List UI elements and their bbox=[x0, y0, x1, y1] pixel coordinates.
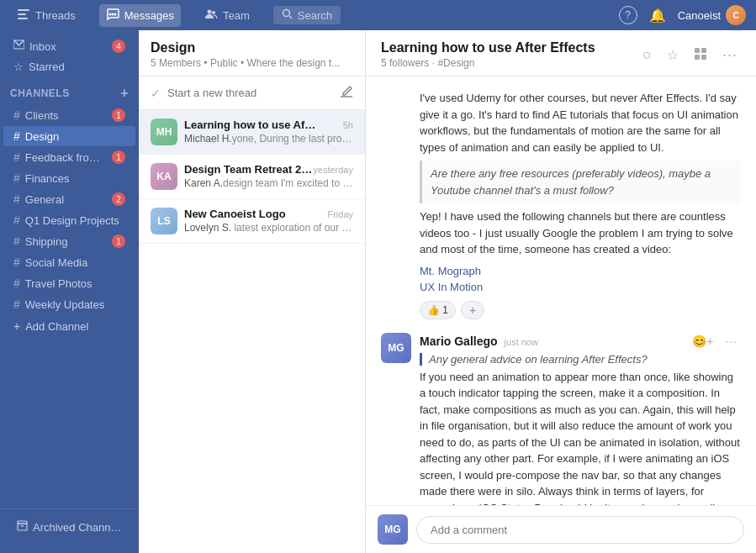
search-bar[interactable]: Search bbox=[273, 6, 341, 24]
thread-avatar: KA bbox=[151, 163, 177, 190]
mario-reply-indicator: Any general advice on learning After Eff… bbox=[420, 353, 741, 366]
mario-message-body: Mario Gallego just now 😊+ ··· Any genera… bbox=[420, 333, 741, 506]
comment-input[interactable] bbox=[416, 516, 744, 544]
thread-item-header: LS New Canoeist Logo Friday Lovelyn S. l… bbox=[151, 208, 353, 234]
channel-badge: 1 bbox=[112, 234, 125, 248]
svg-rect-11 bbox=[18, 521, 27, 524]
add-reaction-btn[interactable]: + bbox=[461, 301, 484, 319]
message-1-text: I've used Udemy for other courses, but n… bbox=[420, 90, 741, 155]
sidebar-item-social-media[interactable]: # Social Media bbox=[3, 252, 135, 272]
grid-icon[interactable] bbox=[690, 44, 711, 66]
thread-title-row: New Canoeist Logo Friday bbox=[184, 208, 353, 220]
add-reaction-icon[interactable]: 😊+ bbox=[689, 333, 716, 350]
thumbs-up-reaction[interactable]: 👍 1 bbox=[420, 301, 456, 319]
help-icon[interactable]: ? bbox=[619, 6, 637, 24]
hash-icon: # bbox=[13, 108, 20, 122]
message-1-body: I've used Udemy for other courses, but n… bbox=[381, 90, 741, 319]
sidebar-item-add-channel[interactable]: + Add Channel bbox=[3, 316, 135, 336]
add-channel-icon[interactable]: + bbox=[120, 86, 129, 101]
nav-team[interactable]: Team bbox=[198, 4, 256, 27]
mario-msg-header: Mario Gallego just now 😊+ ··· bbox=[420, 333, 741, 350]
inbox-badge: 4 bbox=[112, 40, 125, 53]
svg-rect-10 bbox=[18, 524, 27, 530]
sidebar-item-general[interactable]: # General 2 bbox=[3, 189, 135, 209]
channels-header: Channels + bbox=[0, 79, 139, 104]
followers-count: 5 followers bbox=[381, 57, 429, 69]
thread-title: New Canoeist Logo bbox=[184, 208, 286, 220]
svg-rect-17 bbox=[701, 55, 706, 60]
sidebar-item-inbox[interactable]: Inbox 4 bbox=[3, 36, 135, 56]
sidebar-item-feedback-from-tes...[interactable]: # Feedback from Tes... 1 bbox=[3, 147, 135, 167]
sidebar-item-q1-design-projects[interactable]: # Q1 Design Projects bbox=[3, 210, 135, 230]
sidebar-item-travel-photos[interactable]: # Travel Photos bbox=[3, 273, 135, 293]
notifications-icon[interactable]: 🔔 bbox=[649, 8, 666, 24]
link-ux-in-motion[interactable]: UX In Motion bbox=[420, 281, 483, 293]
sidebar: Inbox 4 ☆ Starred Channels + # Clients 1… bbox=[0, 30, 139, 553]
svg-rect-1 bbox=[18, 13, 26, 15]
new-thread-input[interactable] bbox=[167, 83, 333, 103]
thread-avatar: MH bbox=[151, 118, 177, 145]
star-icon: ☆ bbox=[13, 61, 24, 73]
svg-point-4 bbox=[111, 13, 114, 15]
channels-header-label: Channels bbox=[10, 87, 70, 99]
sidebar-item-starred[interactable]: ☆ Starred bbox=[3, 57, 135, 76]
user-info[interactable]: Canoeist C bbox=[678, 5, 746, 25]
mario-author: Mario Gallego bbox=[420, 334, 498, 348]
thread-title: Learning how to use After Effects bbox=[184, 118, 319, 131]
circle-icon[interactable]: ○ bbox=[639, 43, 655, 67]
sidebar-direct-section: Inbox 4 ☆ Starred bbox=[0, 30, 139, 79]
sidebar-item-finances[interactable]: # Finances bbox=[3, 168, 135, 188]
thread-info: New Canoeist Logo Friday Lovelyn S. late… bbox=[184, 208, 353, 234]
message-group-1: I've used Udemy for other courses, but n… bbox=[381, 90, 741, 319]
thread-item-t2[interactable]: KA Design Team Retreat 2020 yesterday Ka… bbox=[139, 155, 365, 199]
sidebar-item-archived[interactable]: Archived Channels bbox=[7, 517, 132, 537]
nav-threads-label: Threads bbox=[35, 9, 76, 22]
inbox-icon bbox=[13, 40, 24, 53]
hash-icon: # bbox=[13, 255, 20, 269]
channel-label: Weekly Updates bbox=[25, 298, 125, 311]
more-actions-icon[interactable]: ··· bbox=[722, 333, 741, 350]
svg-point-5 bbox=[114, 13, 116, 15]
messages-area: I've used Udemy for other courses, but n… bbox=[366, 76, 756, 505]
nav-threads[interactable]: Threads bbox=[10, 4, 82, 27]
message-group-2: MG Mario Gallego just now 😊+ ··· Any gen… bbox=[381, 333, 741, 506]
top-nav: Threads Messages Team bbox=[0, 0, 756, 30]
thread-item-t3[interactable]: LS New Canoeist Logo Friday Lovelyn S. l… bbox=[139, 199, 365, 244]
thread-title-row: Learning how to use After Effects 5h bbox=[184, 118, 353, 131]
star-action-icon[interactable]: ☆ bbox=[663, 44, 682, 66]
thread-item-t1[interactable]: MH Learning how to use After Effects 5h … bbox=[139, 110, 365, 155]
mario-avatar: MG bbox=[381, 333, 411, 363]
link-mt-mograph[interactable]: Mt. Mograph bbox=[420, 265, 481, 277]
svg-line-9 bbox=[289, 16, 292, 18]
channel-label: Social Media bbox=[25, 256, 125, 269]
reaction-bar-1: 👍 1 + bbox=[420, 301, 741, 319]
sidebar-item-design[interactable]: # Design bbox=[3, 126, 135, 146]
content-subtitle: 5 followers · #Design bbox=[381, 57, 595, 69]
starred-label: Starred bbox=[29, 61, 125, 73]
channel-label: Clients bbox=[25, 109, 107, 122]
svg-rect-15 bbox=[701, 48, 706, 53]
sidebar-item-shipping[interactable]: # Shipping 1 bbox=[3, 231, 135, 251]
more-options-icon[interactable]: ··· bbox=[719, 43, 741, 67]
compose-icon[interactable] bbox=[340, 85, 353, 102]
channel-label: Travel Photos bbox=[25, 277, 125, 290]
channel-label: Finances bbox=[25, 172, 125, 185]
thread-title-area: Learning how to use After Effects 5 foll… bbox=[381, 40, 595, 69]
svg-point-6 bbox=[207, 9, 211, 13]
thread-list-header: Design 5 Members • Public • Where the de… bbox=[139, 30, 365, 76]
thread-list-panel: Design 5 Members • Public • Where the de… bbox=[139, 30, 366, 553]
channel-meta: 5 Members • Public • Where the design t.… bbox=[151, 57, 353, 69]
thread-info: Learning how to use After Effects 5h Mic… bbox=[184, 118, 353, 145]
checkmark-icon: ✓ bbox=[151, 87, 161, 100]
sidebar-item-weekly-updates[interactable]: # Weekly Updates bbox=[3, 294, 135, 314]
add-icon: + bbox=[13, 319, 20, 333]
sidebar-item-clients[interactable]: # Clients 1 bbox=[3, 105, 135, 125]
archived-channels-label: Archived Channels bbox=[33, 521, 122, 534]
channel-label: Q1 Design Projects bbox=[25, 214, 125, 227]
channel-name: Design bbox=[151, 40, 353, 55]
nav-team-label: Team bbox=[223, 9, 250, 22]
content-actions: ○ ☆ ··· bbox=[639, 43, 741, 67]
nav-messages[interactable]: Messages bbox=[99, 4, 181, 27]
thread-time: Friday bbox=[327, 209, 353, 219]
thread-list-toolbar: ✓ bbox=[139, 76, 365, 110]
